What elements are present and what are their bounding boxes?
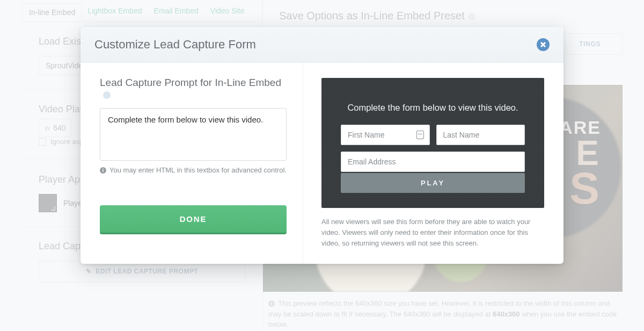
modal-left-pane: Lead Capture Prompt for In-Line Embed iY… xyxy=(80,63,303,264)
first-name-placeholder: First Name xyxy=(348,131,384,139)
modal-title: Customize Lead Capture Form xyxy=(94,38,256,52)
email-input[interactable]: Email Address xyxy=(341,152,525,172)
info-icon: i xyxy=(100,167,106,174)
email-placeholder: Email Address xyxy=(348,157,396,166)
prompt-hint: iYou may enter HTML in this textbox for … xyxy=(100,166,287,174)
form-description: All new viewers will see this form befor… xyxy=(321,217,544,249)
prompt-heading: Lead Capture Prompt for In-Line Embed xyxy=(100,77,287,100)
play-button[interactable]: PLAY xyxy=(341,173,525,193)
contact-card-icon xyxy=(416,131,424,139)
first-name-input[interactable]: First Name xyxy=(341,125,430,145)
close-button[interactable] xyxy=(537,38,550,51)
last-name-input[interactable]: Last Name xyxy=(436,125,525,145)
modal-right-pane: Complete the form below to view this vid… xyxy=(303,63,564,264)
lead-capture-modal: Customize Lead Capture Form Lead Capture… xyxy=(80,27,564,264)
prompt-textarea[interactable] xyxy=(100,108,287,161)
modal-header: Customize Lead Capture Form xyxy=(80,27,564,63)
form-preview: Complete the form below to view this vid… xyxy=(321,78,544,208)
help-icon[interactable] xyxy=(103,91,111,99)
last-name-placeholder: Last Name xyxy=(443,131,480,139)
close-icon xyxy=(540,42,546,47)
done-button[interactable]: DONE xyxy=(100,205,287,234)
form-preview-heading: Complete the form below to view this vid… xyxy=(341,103,525,113)
